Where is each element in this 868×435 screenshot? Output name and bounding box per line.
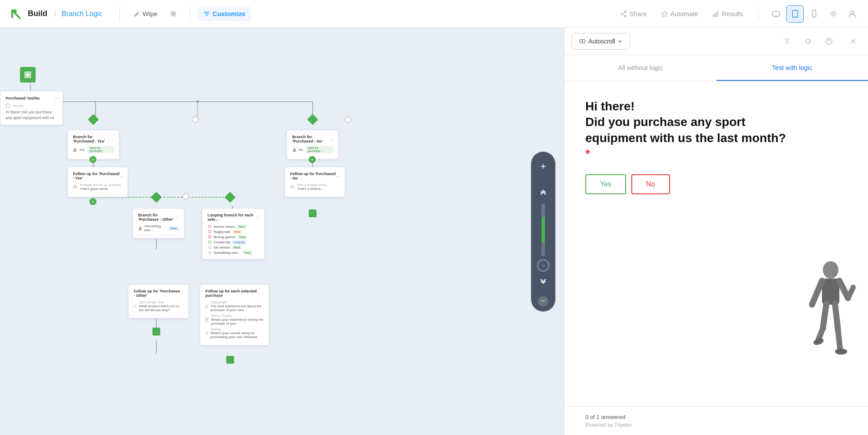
tablet-view-button[interactable] — [786, 5, 804, 23]
svg-rect-4 — [713, 15, 714, 17]
branch-no-card: Branch for 'Purchased - No' − No Next fo… — [287, 130, 339, 159]
follow-no-card: Follow up for Purchased - No − Text (mul… — [284, 167, 345, 197]
svg-point-57 — [823, 261, 838, 279]
svg-marker-39 — [292, 147, 296, 152]
preview-panel: Autoscroll All without logic Test with l… — [564, 28, 868, 435]
add-btn-follow-yes[interactable]: + — [89, 198, 96, 205]
preview-refresh-icon[interactable] — [800, 33, 816, 49]
svg-point-45 — [208, 230, 211, 233]
answered-count: 0 of 1 answered — [585, 414, 847, 420]
svg-line-61 — [823, 304, 826, 329]
svg-point-46 — [208, 236, 211, 238]
powered-by: Powered by Tripetto — [585, 422, 847, 428]
svg-point-2 — [621, 13, 623, 15]
branch-diamond-yes — [88, 114, 99, 125]
start-node — [20, 67, 36, 83]
scroll-thumb — [541, 217, 545, 243]
survey-figure — [801, 257, 858, 363]
svg-rect-50 — [134, 305, 136, 307]
svg-point-38 — [75, 186, 76, 188]
svg-line-62 — [835, 304, 838, 331]
scroll-zoom-out-button[interactable]: − — [538, 296, 548, 306]
breadcrumb-branch-logic: Branch Logic — [62, 10, 102, 18]
svg-point-3 — [624, 15, 626, 17]
svg-rect-52 — [206, 318, 208, 322]
preview-filter-icon[interactable] — [779, 33, 795, 49]
branch-yes-card: Branch for 'Purchased - Yes' − Yes Next … — [67, 130, 119, 159]
svg-point-0 — [172, 13, 175, 15]
svg-rect-35 — [6, 104, 10, 107]
branch-diamond-no — [307, 114, 318, 125]
svg-point-44 — [208, 225, 211, 228]
add-btn-branch-yes[interactable]: + — [89, 156, 96, 163]
branch-diamond-end — [344, 115, 353, 124]
share-button[interactable]: Share — [614, 7, 653, 21]
svg-marker-43 — [138, 226, 142, 230]
follow-each-card: Follow up for each selected purchase − P… — [200, 284, 269, 345]
looping-branch-card: Looping branch for each sele... − Soccer… — [202, 208, 265, 259]
green-node-no — [309, 209, 317, 217]
follow-other-card: Follow up for 'Purchases - Other' − Text… — [128, 284, 189, 319]
svg-point-49 — [208, 251, 211, 254]
canvas-scroll-controls: + ○ − — [531, 152, 555, 312]
svg-line-63 — [818, 329, 823, 339]
svg-marker-36 — [73, 147, 76, 152]
scroll-track — [541, 204, 545, 256]
green-bottom-2 — [226, 356, 234, 364]
main-layout: Purchased Yes/No − Yes/No Hi there! Did … — [0, 28, 868, 435]
diamond-mid-2 — [182, 192, 190, 201]
tab-without-logic[interactable]: All without logic — [564, 55, 716, 81]
svg-point-13 — [851, 11, 854, 14]
branch-other-card: Branch for 'Purchases - Other' − Somethi… — [132, 208, 185, 239]
canvas-add-button[interactable]: + — [534, 157, 553, 176]
settings-icon-button[interactable] — [825, 5, 842, 23]
canvas-area[interactable]: Purchased Yes/No − Yes/No Hi there! Did … — [0, 28, 564, 435]
svg-point-47 — [208, 241, 211, 243]
svg-line-59 — [812, 281, 822, 305]
preview-help-icon[interactable] — [821, 33, 837, 49]
desktop-view-button[interactable] — [767, 5, 785, 23]
nav-right: Share Automate Results — [614, 5, 861, 23]
logo — [7, 5, 24, 23]
svg-point-66 — [835, 349, 847, 355]
automate-button[interactable]: Automate — [655, 7, 704, 21]
preview-footer: 0 of 1 answered Powered by Tripetto — [564, 406, 868, 435]
svg-point-9 — [795, 16, 795, 17]
svg-point-12 — [832, 12, 835, 15]
add-btn-branch-no[interactable]: + — [309, 156, 316, 163]
preview-top-bar: Autoscroll — [564, 28, 868, 55]
svg-point-11 — [814, 16, 815, 17]
survey-question-text: Hi there! Did you purchase any sport equ… — [585, 99, 794, 162]
mobile-view-button[interactable] — [805, 5, 823, 23]
tab-with-logic[interactable]: Test with logic — [716, 55, 868, 81]
settings-button[interactable] — [164, 7, 183, 21]
results-button[interactable]: Results — [706, 7, 749, 21]
svg-rect-6 — [717, 11, 718, 17]
svg-point-48 — [208, 246, 211, 249]
diamond-mid-1 — [151, 192, 162, 203]
top-navigation: Build / Branch Logic Wipe Customize Shar… — [0, 0, 868, 28]
svg-line-64 — [838, 331, 840, 350]
green-bottom-1 — [152, 328, 160, 335]
svg-point-1 — [624, 11, 626, 13]
scroll-up-button[interactable] — [535, 183, 552, 200]
svg-point-56 — [828, 43, 829, 44]
scroll-down-button[interactable] — [535, 273, 552, 291]
svg-marker-19 — [196, 100, 199, 103]
survey-preview: Hi there! Did you purchase any sport equ… — [564, 81, 868, 406]
customize-button[interactable]: Customize — [197, 7, 252, 21]
svg-rect-51 — [206, 305, 208, 308]
wipe-button[interactable]: Wipe — [127, 7, 163, 21]
preview-close-button[interactable] — [845, 33, 861, 49]
svg-rect-58 — [822, 279, 839, 305]
nav-divider-3 — [758, 7, 759, 21]
diamond-mid-3 — [224, 192, 235, 203]
follow-yes-card: Follow up for 'Purchased - Yes' − Multip… — [67, 167, 128, 197]
autoscroll-button[interactable]: Autoscroll — [571, 33, 630, 50]
no-answer-button[interactable]: No — [631, 174, 670, 194]
yes-answer-button[interactable]: Yes — [585, 174, 626, 194]
survey-answer-buttons: Yes No — [585, 174, 847, 194]
start-question-card: Purchased Yes/No − Yes/No Hi there! Did … — [0, 91, 63, 125]
preview-tabs: All without logic Test with logic — [564, 55, 868, 81]
user-icon-button[interactable] — [844, 5, 861, 23]
